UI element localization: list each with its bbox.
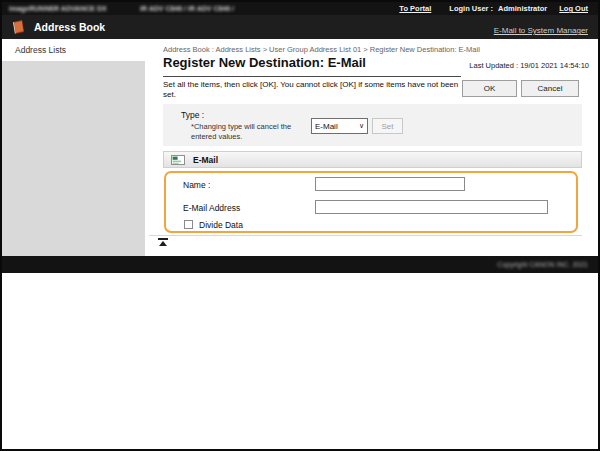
ok-button[interactable]: OK bbox=[462, 80, 517, 97]
to-portal-link[interactable]: To Portal bbox=[399, 4, 431, 13]
copyright-text: Copyright CANON INC. 2021 bbox=[497, 256, 588, 273]
login-user-name: Administrator bbox=[498, 4, 547, 13]
sidebar-item-address-lists[interactable]: Address Lists bbox=[2, 39, 145, 61]
back-to-top-icon[interactable] bbox=[158, 238, 168, 246]
title-divider bbox=[163, 76, 461, 77]
page-title: Register New Destination: E-Mail bbox=[163, 55, 366, 70]
type-select-value: E-Mail bbox=[315, 122, 359, 131]
instruction-text: Set all the items, then click [OK]. You … bbox=[163, 80, 465, 99]
type-select[interactable]: E-Mail ∨ bbox=[311, 118, 368, 134]
cancel-button[interactable]: Cancel bbox=[521, 80, 579, 97]
email-to-system-manager-link[interactable]: E-Mail to System Manager bbox=[494, 26, 588, 35]
email-address-input[interactable] bbox=[315, 200, 548, 214]
log-out-link[interactable]: Log Out bbox=[559, 4, 588, 13]
device-models: iR ADV C846 / iR ADV C846 / bbox=[140, 2, 234, 15]
divide-data-checkbox[interactable] bbox=[184, 220, 193, 229]
email-fields-group: Name : E-Mail Address Divide Data bbox=[164, 171, 578, 233]
chevron-down-icon: ∨ bbox=[359, 122, 364, 130]
page-app-title: Address Book bbox=[34, 15, 105, 39]
type-label: Type : bbox=[181, 110, 204, 120]
email-destination-icon bbox=[171, 155, 185, 165]
set-button[interactable]: Set bbox=[372, 118, 403, 134]
section-divider bbox=[149, 235, 582, 236]
type-note-line2: entered values. bbox=[191, 132, 242, 141]
device-bar: imageRUNNER ADVANCE DX iR ADV C846 / iR … bbox=[2, 2, 598, 15]
device-name: imageRUNNER ADVANCE DX bbox=[9, 2, 107, 15]
email-section-header: E-Mail bbox=[163, 151, 582, 168]
email-section-title: E-Mail bbox=[193, 155, 218, 165]
session-controls: To Portal Login User : Administrator Log… bbox=[399, 2, 588, 15]
footer-bar: Copyright CANON INC. 2021 bbox=[2, 256, 598, 273]
last-updated-text: Last Updated : 19/01 2021 14:54:10 bbox=[469, 61, 589, 70]
breadcrumb[interactable]: Address Book : Address Lists > User Grou… bbox=[163, 45, 480, 54]
remote-ui-window: imageRUNNER ADVANCE DX iR ADV C846 / iR … bbox=[0, 0, 600, 451]
type-note-line1: *Changing type will cancel the bbox=[191, 122, 291, 131]
name-input[interactable] bbox=[315, 177, 465, 191]
sidebar-panel bbox=[2, 61, 145, 256]
login-user-label: Login User : bbox=[449, 4, 493, 13]
type-section: Type : *Changing type will cancel the en… bbox=[163, 104, 582, 146]
address-book-icon bbox=[11, 19, 26, 35]
app-bar: Address Book E-Mail to System Manager bbox=[2, 15, 598, 39]
divide-data-label: Divide Data bbox=[199, 220, 243, 230]
name-label: Name : bbox=[183, 180, 210, 190]
email-address-label: E-Mail Address bbox=[183, 203, 240, 213]
